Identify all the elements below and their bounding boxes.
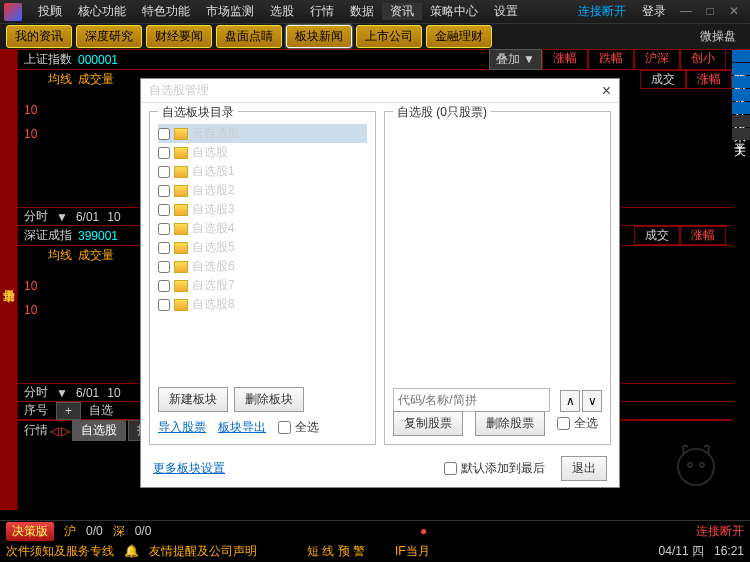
new-block-button[interactable]: 新建板块 (158, 387, 228, 412)
app-logo (4, 3, 22, 21)
tool-market[interactable]: 盘面点睛 (216, 25, 282, 48)
menu-quote[interactable]: 行情 (302, 3, 342, 20)
tree-checkbox[interactable] (158, 166, 170, 178)
tool-finance[interactable]: 财经要闻 (146, 25, 212, 48)
exit-button[interactable]: 退出 (561, 456, 607, 481)
more-settings-link[interactable]: 更多板块设置 (153, 460, 225, 477)
minimize-icon[interactable]: — (676, 4, 696, 20)
export-link[interactable]: 板块导出 (218, 419, 266, 436)
tree-label: 自选股6 (192, 258, 235, 275)
left-sidebar[interactable]: 市场全景 (0, 50, 18, 510)
conn-text: 连接断开 (696, 523, 744, 540)
sub-vol[interactable]: 成交 (640, 70, 686, 89)
rtab-live[interactable]: 直播 (732, 76, 750, 88)
prev-icon[interactable]: ◁ (50, 424, 59, 438)
tool-company[interactable]: 上市公司 (356, 25, 422, 48)
sub-gain[interactable]: 涨幅 (686, 70, 732, 89)
dialog-close-icon[interactable]: × (602, 82, 611, 100)
hangqing-label[interactable]: 行情 (24, 422, 48, 439)
rtab-train[interactable]: 培训 (732, 63, 750, 75)
tree-label: 自选股4 (192, 220, 235, 237)
menu-news[interactable]: 资讯 (382, 3, 422, 20)
rtab-personal[interactable]: 个人 (732, 115, 750, 127)
next-icon[interactable]: ▷ (61, 424, 70, 438)
select-all-left[interactable]: 全选 (278, 419, 319, 436)
tree-item[interactable]: 自选股5 (158, 238, 367, 257)
tree-checkbox[interactable] (158, 242, 170, 254)
tab-cx[interactable]: 创小 (680, 49, 726, 70)
sub2-gain[interactable]: 涨幅 (680, 226, 726, 245)
tree-checkbox[interactable] (158, 128, 170, 140)
tree-item[interactable]: 自选股 (158, 143, 367, 162)
fenshi-label[interactable]: 分时 (24, 208, 48, 225)
tool-my-news[interactable]: 我的资讯 (6, 25, 72, 48)
tree-item[interactable]: 自选股4 (158, 219, 367, 238)
menu-strategy[interactable]: 策略中心 (422, 3, 486, 20)
menu-advisor[interactable]: 投顾 (30, 3, 70, 20)
plus-button[interactable]: + (56, 402, 81, 420)
tree-checkbox[interactable] (158, 223, 170, 235)
overlay-dropdown[interactable]: 叠加 ▼ (489, 49, 542, 70)
menu-core[interactable]: 核心功能 (70, 3, 134, 20)
tree-item[interactable]: 自选股7 (158, 276, 367, 295)
warn-text[interactable]: 友情提醒及公司声明 (149, 543, 257, 560)
move-up-button[interactable]: ∧ (560, 390, 580, 412)
fenshi2-arrow-icon[interactable]: ▼ (56, 386, 68, 400)
tree-item[interactable]: 自选股3 (158, 200, 367, 219)
del-block-button[interactable]: 删除板块 (234, 387, 304, 412)
rtab-about[interactable]: 关于 (732, 128, 750, 140)
tree-item[interactable]: 自选股8 (158, 295, 367, 314)
dialog-title: 自选股管理 (149, 82, 209, 99)
vol2-label: 成交量 (78, 247, 114, 264)
notice-text[interactable]: 次件须知及服务专线 (6, 543, 114, 560)
tab-gain[interactable]: 涨幅 (542, 49, 588, 70)
select-all-right[interactable]: 全选 (557, 415, 598, 432)
zixuan-label[interactable]: 自选 (89, 402, 113, 419)
tree-checkbox[interactable] (158, 299, 170, 311)
menu-data[interactable]: 数据 (342, 3, 382, 20)
del-stock-button[interactable]: 删除股票 (475, 411, 545, 436)
tab-hs[interactable]: 沪深 (634, 49, 680, 70)
tree-checkbox[interactable] (158, 261, 170, 273)
tree-checkbox[interactable] (158, 147, 170, 159)
login-link[interactable]: 登录 (634, 3, 674, 20)
tree-item[interactable]: 自选股1 (158, 162, 367, 181)
import-link[interactable]: 导入股票 (158, 419, 206, 436)
tab-loss[interactable]: 跌幅 (588, 49, 634, 70)
menu-select[interactable]: 选股 (262, 3, 302, 20)
conn-dot-icon: ● (420, 524, 427, 538)
sub2-vol[interactable]: 成交 (634, 226, 680, 245)
fenshi2-label[interactable]: 分时 (24, 384, 48, 401)
copy-stock-button[interactable]: 复制股票 (393, 411, 463, 436)
folder-icon (174, 242, 188, 254)
tool-block-news[interactable]: 板块新闻 (286, 25, 352, 48)
tree-item[interactable]: 云自选股 (158, 124, 367, 143)
close-icon[interactable]: ✕ (724, 4, 744, 20)
self-stock-dialog: 自选股管理 × 自选板块目录 云自选股自选股自选股1自选股2自选股3自选股4自选… (140, 78, 620, 488)
rtab-use[interactable]: 使用 (732, 102, 750, 114)
svg-point-0 (678, 449, 714, 485)
menu-monitor[interactable]: 市场监测 (198, 3, 262, 20)
rtab-combat[interactable]: 实战 (732, 50, 750, 62)
move-down-button[interactable]: ∨ (582, 390, 602, 412)
tree-checkbox[interactable] (158, 185, 170, 197)
tree-item[interactable]: 自选股6 (158, 257, 367, 276)
rtab-3min[interactable]: 三分钟 (732, 89, 750, 101)
tool-micro[interactable]: 微操盘 (692, 28, 744, 45)
menu-settings[interactable]: 设置 (486, 3, 526, 20)
vol-label: 成交量 (78, 71, 114, 88)
menu-feature[interactable]: 特色功能 (134, 3, 198, 20)
btab-zixuan[interactable]: 自选股 (72, 420, 126, 441)
fenshi-arrow-icon[interactable]: ▼ (56, 210, 68, 224)
tree-checkbox[interactable] (158, 280, 170, 292)
tool-money[interactable]: 金融理财 (426, 25, 492, 48)
tree-checkbox[interactable] (158, 204, 170, 216)
code-input[interactable] (393, 388, 550, 412)
folder-icon (174, 166, 188, 178)
append-last-checkbox[interactable]: 默认添加到最后 (444, 460, 545, 477)
tool-research[interactable]: 深度研究 (76, 25, 142, 48)
folder-icon (174, 185, 188, 197)
maximize-icon[interactable]: □ (700, 4, 720, 20)
folder-icon (174, 223, 188, 235)
tree-item[interactable]: 自选股2 (158, 181, 367, 200)
